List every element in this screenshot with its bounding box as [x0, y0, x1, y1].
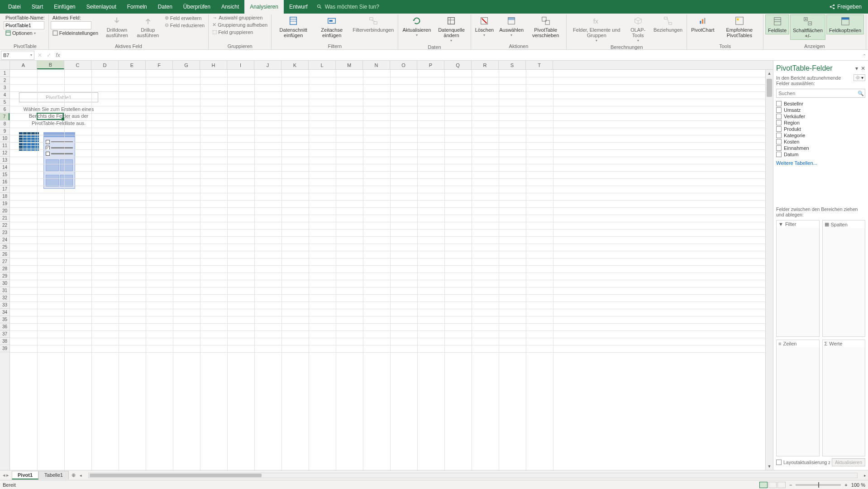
more-tables-link[interactable]: Weitere Tabellen... — [776, 158, 865, 170]
drillup-button[interactable]: Drillup ausführen — [134, 14, 162, 39]
sheet-tab[interactable]: Tabelle1 — [38, 471, 69, 479]
row-header[interactable]: 11 — [0, 142, 10, 149]
ribbon-tab-ansicht[interactable]: Ansicht — [216, 0, 244, 14]
drilldown-button[interactable]: Drilldown ausführen — [101, 14, 133, 39]
row-header[interactable]: 12 — [0, 149, 10, 157]
field-search[interactable]: 🔍 — [776, 89, 865, 98]
row-header[interactable]: 23 — [0, 229, 10, 236]
field-checkbox[interactable] — [776, 120, 782, 125]
column-header[interactable]: M — [336, 61, 363, 69]
field-item[interactable]: Datum — [776, 151, 865, 158]
row-header[interactable]: 2 — [0, 77, 10, 84]
row-header[interactable]: 19 — [0, 200, 10, 207]
group-field-button[interactable]: ⬚ Feld gruppieren — [210, 29, 269, 35]
tell-me-search[interactable]: Was möchten Sie tun? — [317, 4, 379, 10]
close-pane-icon[interactable]: ✕ — [861, 65, 865, 72]
fieldpane-dropdown-icon[interactable]: ▾ — [855, 65, 858, 72]
add-sheet-button[interactable]: ⊕ — [69, 472, 78, 478]
filter-connections-button[interactable]: Filterverbindungen — [350, 14, 396, 34]
move-pivot-button[interactable]: PivotTable verschieben — [527, 14, 564, 39]
row-header[interactable]: 16 — [0, 178, 10, 186]
field-item[interactable]: Kosten — [776, 139, 865, 145]
row-header[interactable]: 14 — [0, 164, 10, 171]
column-header[interactable]: R — [472, 61, 499, 69]
row-header[interactable]: 5 — [0, 99, 10, 106]
row-header[interactable]: 33 — [0, 302, 10, 309]
ribbon-tab-analysieren[interactable]: Analysieren — [244, 0, 284, 14]
row-header[interactable]: 8 — [0, 120, 10, 128]
normal-view-button[interactable] — [759, 482, 768, 488]
insert-timeline-button[interactable]: Zeitachse einfügen — [314, 14, 349, 39]
relationships-button[interactable]: Beziehungen — [651, 14, 685, 34]
field-item[interactable]: Verkäufer — [776, 113, 865, 120]
zoom-in-button[interactable]: + — [844, 482, 847, 488]
column-header[interactable]: K — [281, 61, 309, 69]
page-break-view-button[interactable] — [777, 482, 786, 488]
row-header[interactable]: 38 — [0, 338, 10, 345]
row-header[interactable]: 34 — [0, 309, 10, 316]
ungroup-button[interactable]: ⤫ Gruppierung aufheben — [210, 21, 269, 28]
ribbon-tab-überprüfen[interactable]: Überprüfen — [178, 0, 216, 14]
row-header[interactable]: 6 — [0, 106, 10, 113]
horizontal-scrollbar[interactable]: ◂ ▸ — [78, 473, 868, 478]
zoom-out-button[interactable]: − — [789, 482, 792, 488]
row-header[interactable]: 26 — [0, 251, 10, 258]
ribbon-tab-start[interactable]: Start — [26, 0, 48, 14]
clear-button[interactable]: Löschen▾ — [473, 14, 496, 38]
field-checkbox[interactable] — [776, 152, 782, 157]
insert-slicer-button[interactable]: Datenschnitt einfügen — [273, 14, 313, 39]
name-box[interactable]: B7▾ — [1, 51, 34, 60]
refresh-button[interactable]: Aktualisieren▾ — [400, 14, 433, 38]
row-header[interactable]: 27 — [0, 258, 10, 265]
column-header[interactable]: N — [363, 61, 390, 69]
ribbon-tab-datei[interactable]: Datei — [3, 0, 26, 14]
column-header[interactable]: D — [91, 61, 119, 69]
field-checkbox[interactable] — [776, 145, 782, 151]
active-field-input[interactable] — [51, 21, 91, 29]
column-header[interactable]: J — [254, 61, 281, 69]
column-header[interactable]: O — [390, 61, 417, 69]
values-area[interactable]: ΣWerte — [822, 340, 866, 456]
share-button[interactable]: Freigeben — [829, 4, 862, 10]
row-header[interactable]: 31 — [0, 287, 10, 294]
field-item[interactable]: Umsatz — [776, 107, 865, 113]
row-header[interactable]: 39 — [0, 345, 10, 352]
vertical-scrollbar[interactable]: ▲ ▼ — [765, 70, 773, 470]
field-checkbox[interactable] — [776, 101, 782, 106]
page-layout-view-button[interactable] — [768, 482, 777, 488]
field-item[interactable]: Region — [776, 120, 865, 126]
column-header[interactable]: G — [173, 61, 200, 69]
column-header[interactable]: B — [37, 61, 64, 69]
pivotchart-button[interactable]: PivotChart — [689, 14, 716, 34]
column-header[interactable]: T — [526, 61, 553, 69]
update-button[interactable]: Aktualisieren — [832, 458, 865, 466]
row-header[interactable]: 15 — [0, 171, 10, 178]
row-header[interactable]: 4 — [0, 91, 10, 99]
columns-area[interactable]: ▦Spalten — [822, 220, 866, 337]
column-header[interactable]: A — [10, 61, 37, 69]
collapse-field-button[interactable]: ⊖ Feld reduzieren — [163, 22, 206, 29]
zoom-level[interactable]: 100 % — [851, 482, 865, 488]
row-header[interactable]: 20 — [0, 207, 10, 215]
column-header[interactable]: Q — [444, 61, 472, 69]
ribbon-tab-daten[interactable]: Daten — [153, 0, 178, 14]
options-button[interactable]: Optionen ▾ — [4, 30, 47, 36]
column-header[interactable]: H — [200, 61, 227, 69]
buttons-toggle[interactable]: +− Schaltflächen +/- — [790, 14, 825, 40]
row-header[interactable]: 25 — [0, 244, 10, 251]
expand-field-button[interactable]: ⊕ Feld erweitern — [163, 14, 206, 21]
olap-tools-button[interactable]: OLAP-Tools▾ — [625, 14, 650, 44]
scroll-up-icon[interactable]: ▲ — [766, 70, 773, 77]
cancel-formula-button[interactable]: ✕ — [35, 52, 44, 58]
row-header[interactable]: 29 — [0, 273, 10, 280]
row-header[interactable]: 18 — [0, 193, 10, 200]
formula-input[interactable] — [62, 51, 868, 60]
recommended-pivot-button[interactable]: Empfohlene PivotTables — [718, 14, 762, 39]
scroll-thumb[interactable] — [767, 79, 772, 97]
field-item[interactable]: Einnahmen — [776, 145, 865, 151]
rows-area[interactable]: ≡Zeilen — [776, 340, 820, 456]
row-header[interactable]: 36 — [0, 323, 10, 331]
ribbon-tab-einfügen[interactable]: Einfügen — [48, 0, 81, 14]
scroll-right-icon[interactable]: ▸ — [864, 473, 866, 478]
row-header[interactable]: 21 — [0, 215, 10, 222]
